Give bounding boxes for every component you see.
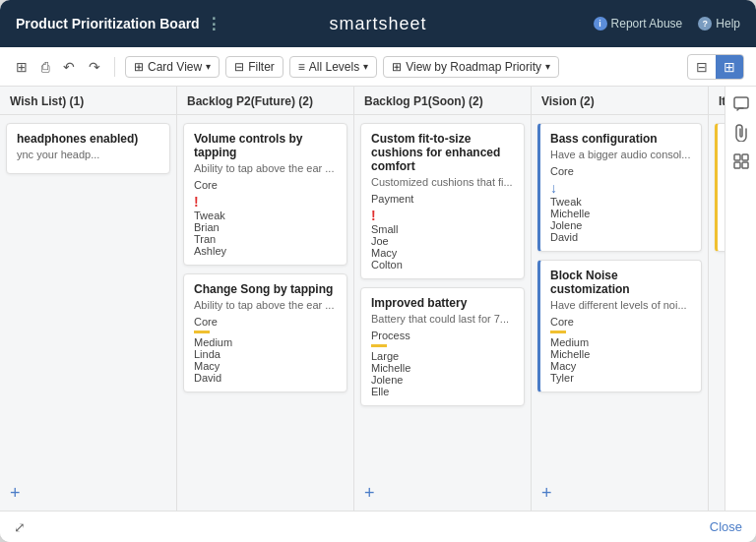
priority-indicator: !	[194, 194, 337, 210]
card-desc: Ability to tap above the ear ...	[194, 299, 337, 311]
card-tag: Payment	[371, 193, 514, 205]
column-vision: Vision (2) Bass configuration Have a big…	[532, 87, 709, 511]
help-link[interactable]: ? Help	[698, 17, 740, 30]
add-card-wish-list[interactable]: +	[10, 484, 21, 502]
column-header-items: Items to Di	[709, 87, 724, 115]
app-window: Product Prioritization Board ⋮ smartshee…	[0, 0, 756, 542]
view-by-caret: ▾	[545, 61, 550, 72]
filter-btn[interactable]: ⊟ Filter	[225, 56, 284, 78]
view-by-icon: ⊞	[392, 60, 402, 74]
card-desc: Have a bigger audio consol...	[550, 149, 691, 160]
card-title: Bass configuration	[550, 132, 691, 146]
add-card-backlog-p1[interactable]: +	[364, 484, 375, 502]
column-wish-list: Wish List) (1) headphones enabled) ync y…	[0, 87, 177, 511]
card-title: Volume controls by tapping	[194, 132, 337, 159]
card-desc: Ability to tap above the ear ...	[194, 162, 337, 174]
close-button[interactable]: Close	[710, 519, 742, 534]
attach-icon-btn[interactable]	[734, 124, 748, 142]
redo-icon-btn[interactable]: ↷	[85, 55, 104, 79]
card-person: Tweak	[550, 196, 691, 208]
svg-rect-4	[742, 162, 748, 168]
filter-icon: ⊟	[234, 60, 244, 74]
card-block-noise: Block Noise customization Have different…	[537, 260, 702, 392]
title-menu-icon[interactable]: ⋮	[206, 15, 221, 33]
priority-indicator	[550, 331, 566, 333]
card-person: Macy	[371, 247, 514, 259]
bottom-bar: ⤢ Close	[0, 511, 756, 542]
card-person: David	[550, 231, 691, 243]
column-body-wish-list: headphones enabled) ync your headp...	[0, 115, 176, 480]
card-person: Michelle	[550, 348, 691, 360]
brand-logo: smartsheet	[257, 14, 498, 34]
print-icon-btn[interactable]: ⎙	[37, 55, 53, 79]
card-person: Ashley	[194, 245, 337, 257]
card-title: Improved battery	[371, 296, 514, 310]
card-change-song: Change Song by tapping Ability to tap ab…	[183, 273, 347, 392]
card-person: Linda	[194, 348, 337, 360]
column-body-items: Audio co headpho With an a Process ↓ Sma…	[709, 115, 724, 511]
card-title: Block Noise customization	[550, 269, 691, 296]
grid2-icon-btn[interactable]	[733, 153, 749, 169]
priority-indicator	[194, 331, 210, 333]
card-person: Jolene	[550, 219, 691, 231]
undo-icon-btn[interactable]: ↶	[59, 55, 79, 79]
card-person: Large	[371, 350, 514, 362]
column-header-vision: Vision (2)	[532, 87, 708, 115]
card-person: Jolene	[371, 374, 514, 386]
chat-icon-btn[interactable]	[733, 96, 749, 112]
card-desc: Battery that could last for 7...	[371, 313, 514, 325]
card-person: Medium	[194, 336, 337, 348]
toolbar-sep-1	[114, 57, 115, 77]
card-tag: Core	[550, 316, 691, 328]
window-title-area: Product Prioritization Board ⋮	[16, 15, 257, 33]
card-desc: ync your headp...	[17, 149, 159, 160]
column-items-to-dis: Items to Di Audio co headpho With an a P…	[709, 87, 724, 511]
svg-rect-3	[734, 162, 740, 168]
card-person: Colton	[371, 259, 514, 271]
report-abuse-link[interactable]: i Report Abuse	[594, 17, 683, 30]
column-header-backlog-p1: Backlog P1(Soon) (2)	[354, 87, 531, 115]
card-person: Macy	[194, 360, 337, 372]
card-person: Macy	[550, 360, 691, 372]
card-person: Elle	[371, 386, 514, 397]
add-row-wish-list: +	[0, 480, 176, 511]
column-body-backlog-p1: Custom fit-to-size cushions for enhanced…	[354, 115, 531, 480]
card-view-caret: ▾	[206, 61, 211, 72]
priority-indicator: ↓	[550, 180, 691, 196]
card-title: Change Song by tapping	[194, 282, 337, 296]
card-person: Michelle	[371, 362, 514, 374]
card-tag: Core	[550, 165, 691, 177]
card-volume-controls: Volume controls by tapping Ability to ta…	[183, 123, 347, 266]
card-person: Tyler	[550, 372, 691, 384]
right-icons-panel	[724, 87, 756, 511]
card-headphones: headphones enabled) ync your headp...	[6, 123, 170, 174]
card-tag: Core	[194, 179, 337, 191]
view-toggle: ⊟ ⊞	[687, 54, 744, 80]
all-levels-btn[interactable]: ≡ All Levels ▾	[289, 56, 377, 78]
card-person: Brian	[194, 221, 337, 233]
card-person: Tran	[194, 233, 337, 245]
card-tag: Process	[371, 330, 514, 341]
column-body-vision: Bass configuration Have a bigger audio c…	[532, 115, 708, 480]
board-view-btn[interactable]: ⊞	[716, 55, 743, 79]
board-columns: Wish List) (1) headphones enabled) ync y…	[0, 87, 724, 511]
info-icon: i	[594, 17, 607, 30]
board-area: Wish List) (1) headphones enabled) ync y…	[0, 87, 756, 511]
card-person: Michelle	[550, 208, 691, 219]
card-person: Tweak	[194, 210, 337, 221]
top-bar: Product Prioritization Board ⋮ smartshee…	[0, 0, 756, 47]
card-view-btn[interactable]: ⊞ Card View ▾	[125, 56, 220, 78]
grid-icon-btn[interactable]: ⊞	[12, 55, 32, 79]
card-improved-battery: Improved battery Battery that could last…	[360, 287, 525, 406]
card-person: David	[194, 372, 337, 384]
list-view-btn[interactable]: ⊟	[688, 55, 716, 79]
add-card-vision[interactable]: +	[541, 484, 552, 502]
view-by-btn[interactable]: ⊞ View by Roadmap Priority ▾	[383, 56, 559, 78]
toolbar: ⊞ ⎙ ↶ ↷ ⊞ Card View ▾ ⊟ Filter ≡ All Lev…	[0, 47, 756, 87]
card-person: Joe	[371, 235, 514, 247]
column-backlog-p2: Backlog P2(Future) (2) Volume controls b…	[177, 87, 354, 511]
priority-indicator: !	[371, 208, 514, 223]
expand-icon-btn[interactable]: ⤢	[14, 519, 26, 535]
column-header-wish-list: Wish List) (1)	[0, 87, 176, 115]
all-levels-caret: ▾	[363, 61, 368, 72]
